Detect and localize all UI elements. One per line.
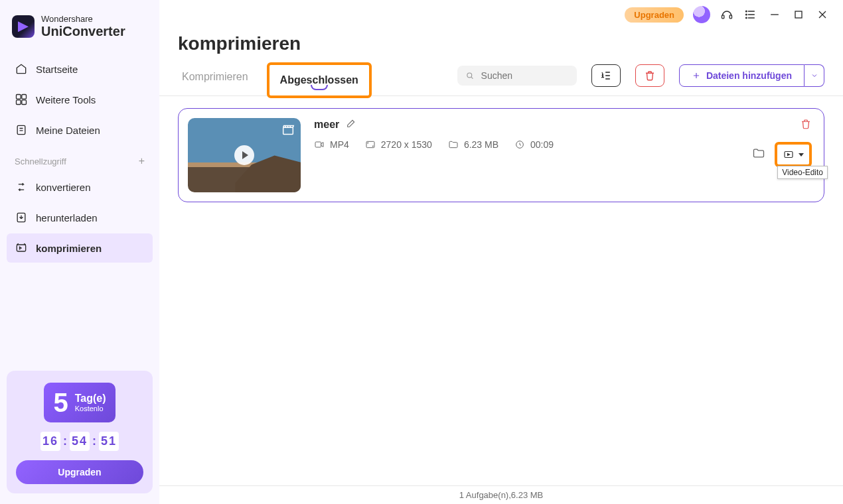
tab-completed[interactable]: Abgeschlossen [267,62,372,98]
nav-files[interactable]: Meine Dateien [7,115,153,145]
nav-convert[interactable]: konvertieren [7,172,153,202]
promo-days: 5 Tag(e) Kostenlo [44,383,115,422]
nav-download[interactable]: herunterladen [7,203,153,232]
resolution-icon [365,139,376,150]
clapper-icon [281,123,295,137]
sort-button[interactable]: 1 [591,64,621,87]
svg-point-13 [467,73,472,78]
file-name: meer [314,119,339,131]
video-editor-button[interactable]: Video-Edito [775,142,812,167]
nav-home[interactable]: Startseite [7,54,153,84]
files-icon [15,123,28,137]
svg-point-9 [746,11,747,12]
promo-card: 5 Tag(e) Kostenlo 16 : 54 : 51 Upgraden [7,371,153,493]
delete-file-button[interactable] [800,118,812,133]
open-folder-button[interactable] [752,147,765,162]
window-close-button[interactable] [815,7,830,22]
trash-icon [644,70,656,82]
rename-button[interactable] [346,118,356,131]
svg-point-10 [746,14,747,15]
titlebar: Upgraden [159,0,843,29]
avatar[interactable] [693,6,710,23]
promo-sub-label: Kostenlo [75,405,106,413]
search-box[interactable] [457,66,577,86]
home-icon [15,62,28,76]
meta-size: 6.23 MB [448,139,498,150]
logo-icon [12,15,35,38]
video-icon [314,139,325,150]
svg-rect-4 [17,126,25,135]
search-input[interactable] [480,70,569,82]
nav-convert-label: konvertieren [36,182,91,193]
support-icon[interactable] [720,7,734,22]
svg-rect-7 [722,15,724,19]
meta-format: MP4 [314,139,349,150]
nav-files-label: Meine Dateien [36,125,100,136]
search-icon [465,70,475,81]
svg-rect-8 [729,15,731,19]
download-icon [15,211,28,224]
add-files-button[interactable]: Dateien hinzufügen [679,64,805,87]
add-quick-icon[interactable]: + [139,155,145,167]
promo-days-label: Tag(e) [75,392,106,405]
upgrade-pill[interactable]: Upgraden [625,7,684,23]
svg-rect-2 [17,100,21,105]
window-maximize-button[interactable] [791,7,806,22]
svg-rect-15 [283,127,293,134]
brand-line1: Wondershare [41,15,125,24]
sort-icon: 1 [599,69,613,82]
menu-list-icon[interactable] [743,7,758,22]
meta-duration: 00:09 [514,139,554,150]
file-card: meer MP4 2720 x 1530 6.23 MB [178,108,824,202]
tab-compress[interactable]: Komprimieren [178,63,252,95]
svg-rect-16 [315,142,321,147]
chevron-down-icon [799,153,804,157]
play-icon [234,145,254,165]
plus-icon [692,71,701,80]
app-logo: Wondershare UniConverter [7,8,153,54]
svg-rect-3 [22,100,27,105]
countdown-seconds: 51 [99,432,119,451]
promo-upgrade-button[interactable]: Upgraden [16,460,143,484]
promo-countdown: 16 : 54 : 51 [40,432,119,451]
status-text: 1 Aufgabe(n),6.23 MB [459,490,543,500]
clear-all-button[interactable] [635,64,664,87]
video-editor-icon [783,149,795,160]
convert-icon [15,180,28,194]
video-thumbnail[interactable] [188,118,301,192]
svg-rect-1 [22,95,27,99]
video-editor-tooltip: Video-Edito [777,166,828,179]
tools-icon [15,93,28,106]
clock-icon [514,139,525,150]
promo-number: 5 [53,389,68,416]
svg-rect-0 [17,95,21,99]
countdown-minutes: 54 [70,432,90,451]
window-minimize-button[interactable] [767,7,782,22]
nav-home-label: Startseite [36,64,78,75]
svg-rect-12 [795,11,802,18]
svg-point-11 [746,17,747,19]
nav-compress-label: komprimieren [36,243,102,254]
add-files-label: Dateien hinzufügen [706,70,792,81]
brand-line2: UniConverter [41,24,125,38]
nav-tools-label: Weitere Tools [36,94,96,105]
countdown-hours: 16 [40,432,60,451]
compress-icon [15,241,28,255]
chevron-down-icon [810,72,818,80]
meta-resolution: 2720 x 1530 [365,139,432,150]
page-title: komprimieren [159,29,843,54]
nav-compress[interactable]: komprimieren [7,233,153,263]
quick-access-label: Schnellzugriff + [7,146,153,171]
nav-tools[interactable]: Weitere Tools [7,85,153,114]
add-files-more-button[interactable] [805,64,824,87]
nav-download-label: herunterladen [36,212,98,223]
folder-icon [448,139,459,150]
status-bar: 1 Aufgabe(n),6.23 MB [159,485,843,504]
